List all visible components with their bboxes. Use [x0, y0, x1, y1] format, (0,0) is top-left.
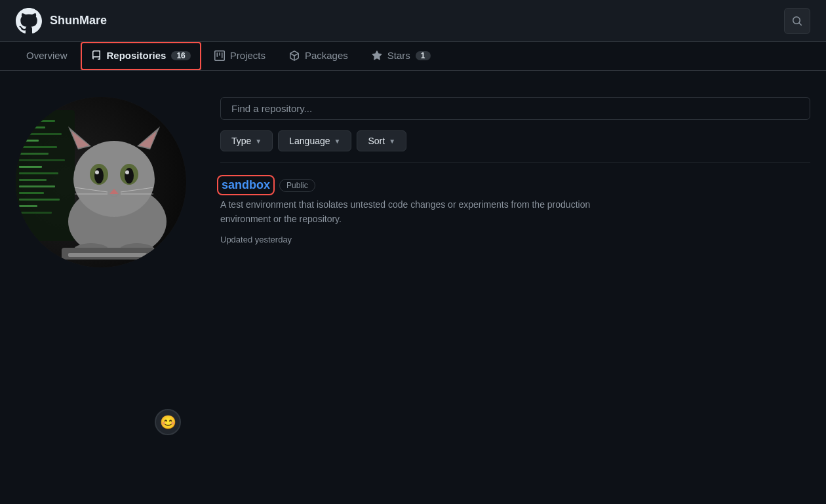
search-input[interactable]	[220, 97, 810, 120]
repo-description: A test environment that isolates unteste…	[220, 197, 614, 227]
main-content: 😊 Type ▼ Language ▼ Sort ▼ sand	[0, 71, 826, 464]
username-label: ShunMare	[50, 14, 107, 28]
svg-rect-2	[16, 110, 75, 241]
repositories-badge: 16	[171, 51, 190, 60]
tab-projects-label: Projects	[230, 50, 266, 61]
language-chevron-icon: ▼	[334, 138, 341, 145]
repo-updated: Updated yesterday	[220, 235, 810, 244]
svg-rect-38	[68, 253, 147, 257]
tab-projects[interactable]: Projects	[204, 42, 276, 70]
type-filter-label: Type	[231, 136, 251, 146]
svg-rect-3	[19, 120, 55, 122]
repo-icon	[91, 50, 102, 61]
tab-repositories-label: Repositories	[107, 50, 167, 61]
svg-point-29	[125, 170, 129, 174]
emoji-icon: 😊	[160, 414, 176, 430]
repo-name-link[interactable]: sandbox	[220, 178, 271, 192]
search-icon	[792, 16, 802, 26]
language-filter-button[interactable]: Language ▼	[278, 130, 351, 151]
svg-rect-14	[19, 192, 44, 194]
avatar-section: 😊	[16, 87, 199, 448]
tab-packages-label: Packages	[305, 50, 348, 61]
svg-rect-7	[19, 146, 57, 148]
repo-list: sandbox Public A test environment that i…	[220, 162, 810, 260]
language-filter-label: Language	[289, 136, 330, 146]
svg-point-28	[95, 170, 99, 174]
svg-point-27	[125, 168, 134, 184]
tab-stars[interactable]: Stars 1	[361, 42, 441, 70]
svg-rect-8	[19, 153, 49, 155]
stars-icon	[372, 50, 382, 61]
svg-rect-15	[19, 199, 60, 201]
svg-rect-13	[19, 185, 55, 187]
sort-filter-label: Sort	[368, 136, 385, 146]
projects-icon	[214, 50, 225, 61]
svg-point-26	[94, 168, 104, 184]
stars-badge: 1	[416, 51, 431, 60]
svg-rect-9	[19, 159, 65, 161]
table-row: sandbox Public A test environment that i…	[220, 162, 810, 260]
svg-rect-17	[19, 212, 52, 214]
repo-header: sandbox Public	[220, 178, 810, 192]
svg-rect-16	[19, 205, 37, 207]
header: ShunMare	[0, 0, 826, 42]
svg-point-19	[73, 141, 155, 217]
tab-overview[interactable]: Overview	[16, 42, 78, 70]
repo-visibility-badge: Public	[279, 179, 315, 192]
svg-rect-10	[19, 166, 42, 168]
svg-rect-5	[19, 133, 62, 135]
type-chevron-icon: ▼	[255, 138, 262, 145]
tab-repositories[interactable]: Repositories 16	[81, 42, 201, 70]
cat-illustration	[16, 97, 186, 267]
avatar	[16, 97, 186, 267]
svg-rect-4	[19, 126, 45, 128]
type-filter-button[interactable]: Type ▼	[220, 130, 273, 151]
sort-chevron-icon: ▼	[389, 138, 395, 145]
svg-rect-11	[19, 172, 58, 174]
sort-filter-button[interactable]: Sort ▼	[357, 130, 406, 151]
filter-row: Type ▼ Language ▼ Sort ▼	[220, 130, 810, 151]
svg-rect-6	[19, 140, 39, 142]
tab-packages[interactable]: Packages	[279, 42, 359, 70]
svg-rect-12	[19, 179, 47, 181]
tab-stars-label: Stars	[387, 50, 410, 61]
packages-icon	[289, 50, 300, 61]
github-logo-icon[interactable]	[16, 8, 42, 34]
tab-overview-label: Overview	[26, 50, 68, 61]
emoji-button[interactable]: 😊	[155, 409, 181, 435]
repo-section: Type ▼ Language ▼ Sort ▼ sandbox Public …	[220, 87, 810, 448]
nav-tabs: Overview Repositories 16 Projects Packag…	[0, 42, 826, 71]
search-button[interactable]	[784, 8, 810, 34]
header-left: ShunMare	[16, 8, 107, 34]
